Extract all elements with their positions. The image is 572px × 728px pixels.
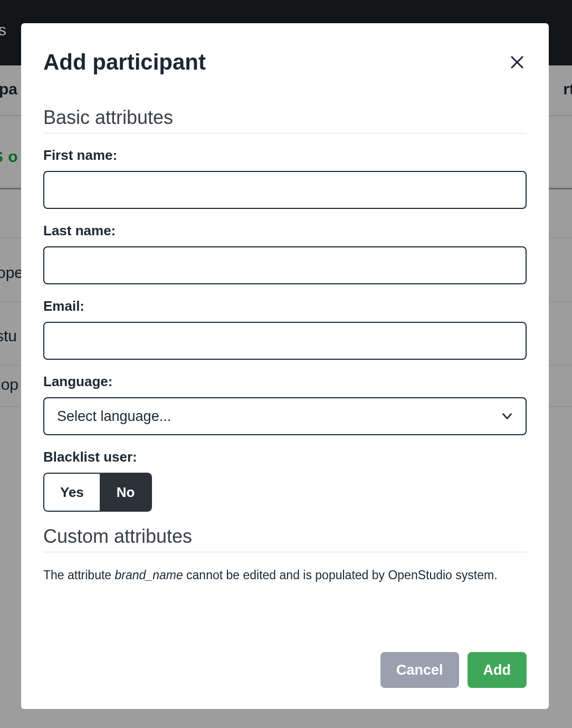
first-name-field: First name: bbox=[43, 147, 527, 209]
custom-attributes-heading: Custom attributes bbox=[43, 525, 527, 552]
first-name-input[interactable] bbox=[43, 171, 527, 209]
email-field: Email: bbox=[43, 298, 527, 360]
language-field: Language: Select language... bbox=[43, 373, 527, 435]
language-label: Language: bbox=[43, 373, 527, 390]
modal-footer: Cancel Add bbox=[43, 652, 527, 688]
add-button[interactable]: Add bbox=[468, 652, 527, 688]
last-name-field: Last name: bbox=[43, 223, 527, 284]
custom-attributes-note: The attribute brand_name cannot be edite… bbox=[43, 566, 527, 585]
basic-attributes-heading: Basic attributes bbox=[43, 107, 527, 133]
blacklist-toggle: Yes No bbox=[43, 473, 152, 512]
language-select-value: Select language... bbox=[57, 408, 171, 425]
close-button[interactable] bbox=[508, 53, 527, 72]
modal-header: Add participant bbox=[43, 50, 527, 75]
first-name-label: First name: bbox=[43, 147, 527, 164]
blacklist-label: Blacklist user: bbox=[43, 449, 527, 465]
close-icon bbox=[509, 54, 525, 70]
note-suffix: cannot be edited and is populated by Ope… bbox=[183, 568, 498, 582]
modal-title: Add participant bbox=[43, 50, 206, 75]
blacklist-no-button[interactable]: No bbox=[100, 473, 152, 512]
note-attribute-name: brand_name bbox=[115, 568, 183, 582]
email-label: Email: bbox=[43, 298, 527, 314]
email-input[interactable] bbox=[43, 322, 527, 360]
last-name-label: Last name: bbox=[43, 223, 527, 239]
cancel-button[interactable]: Cancel bbox=[380, 652, 459, 688]
last-name-input[interactable] bbox=[43, 246, 527, 284]
add-participant-modal: Add participant Basic attributes First n… bbox=[21, 23, 549, 709]
blacklist-yes-button[interactable]: Yes bbox=[43, 473, 100, 512]
language-select[interactable]: Select language... bbox=[43, 397, 527, 435]
blacklist-field: Blacklist user: Yes No bbox=[43, 449, 527, 512]
note-prefix: The attribute bbox=[43, 568, 115, 582]
